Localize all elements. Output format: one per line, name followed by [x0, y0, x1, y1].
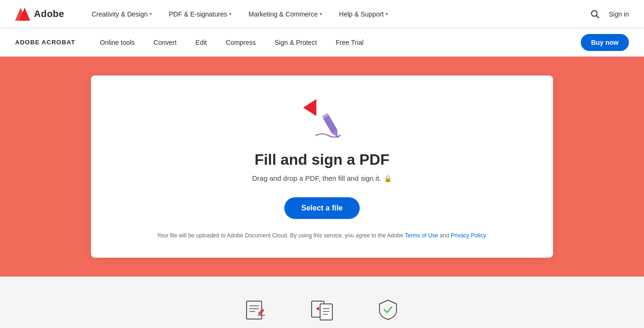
nav-right: Sign in [591, 10, 629, 18]
hero-title: Fill and sign a PDF [255, 151, 389, 168]
acrobat-nav-edit[interactable]: Edit [186, 28, 216, 57]
hero-card: Fill and sign a PDF Drag and drop a PDF,… [91, 76, 553, 258]
lock-icon: 🔒 [384, 175, 392, 182]
chevron-down-icon: ▾ [229, 11, 231, 17]
acrobat-nav-links: Online tools Convert Edit Compress Sign … [91, 28, 581, 57]
acrobat-nav-online-tools[interactable]: Online tools [91, 28, 144, 57]
hero-section: Fill and sign a PDF Drag and drop a PDF,… [0, 57, 644, 277]
svg-line-3 [596, 16, 599, 18]
feature-convert [308, 295, 336, 324]
svg-rect-8 [247, 301, 262, 319]
acrobat-nav-sign-protect[interactable]: Sign & Protect [265, 28, 327, 57]
privacy-policy-link[interactable]: Privacy Policy [451, 232, 486, 239]
nav-item-pdf[interactable]: PDF & E-signatures ▾ [160, 0, 240, 28]
feature-protect [374, 295, 402, 324]
signature-icon [310, 106, 346, 142]
buy-now-button[interactable]: Buy now [581, 34, 629, 51]
terms-of-use-link[interactable]: Terms of Use [405, 232, 438, 239]
bottom-features-section [0, 277, 644, 328]
nav-item-marketing[interactable]: Marketing & Commerce ▾ [240, 0, 330, 28]
adobe-logo[interactable]: Adobe [15, 8, 64, 21]
top-navigation: Adobe Creativity & Design ▾ PDF & E-sign… [0, 0, 644, 28]
hero-subtitle: Drag and drop a PDF, then fill and sign … [252, 174, 392, 182]
acrobat-nav-convert[interactable]: Convert [144, 28, 186, 57]
svg-marker-18 [316, 307, 319, 311]
search-button[interactable] [591, 10, 599, 18]
chevron-down-icon: ▾ [149, 11, 152, 17]
shield-icon [374, 295, 402, 324]
select-file-button[interactable]: Select a file [284, 197, 360, 219]
chevron-down-icon: ▾ [320, 11, 322, 17]
feature-fill-sign [242, 295, 270, 324]
nav-links: Creativity & Design ▾ PDF & E-signatures… [83, 0, 591, 28]
nav-item-creativity[interactable]: Creativity & Design ▾ [83, 0, 160, 28]
search-icon [591, 10, 599, 18]
acrobat-brand: ADOBE ACROBAT [15, 39, 75, 46]
hero-legal-text: Your file will be uploaded to Adobe Docu… [157, 232, 487, 239]
acrobat-nav-compress[interactable]: Compress [216, 28, 265, 57]
svg-rect-14 [320, 304, 332, 320]
sign-in-button[interactable]: Sign in [609, 10, 629, 18]
convert-icon [308, 295, 336, 324]
nav-item-help[interactable]: Help & Support ▾ [330, 0, 396, 28]
adobe-logo-icon [15, 8, 30, 21]
acrobat-nav-free-trial[interactable]: Free Trial [326, 28, 373, 57]
acrobat-navigation: ADOBE ACROBAT Online tools Convert Edit … [0, 28, 644, 57]
hero-icon-area [298, 99, 346, 142]
edit-icon [242, 295, 270, 324]
adobe-wordmark: Adobe [34, 8, 64, 19]
chevron-down-icon: ▾ [386, 11, 388, 17]
